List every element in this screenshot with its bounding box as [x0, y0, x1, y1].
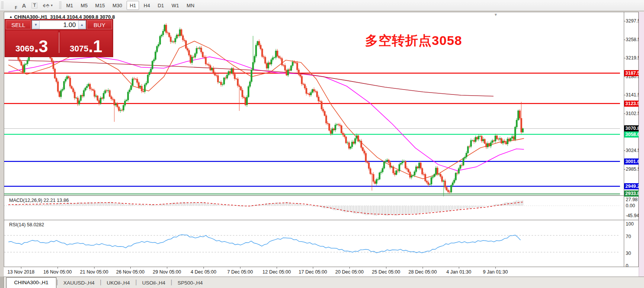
tab-xauusd-h4[interactable]: XAUUSD-,H4 [58, 278, 100, 288]
ask-price[interactable]: 3075.1 [60, 30, 112, 54]
macd-axis-label: 27.98 [626, 197, 638, 202]
tab-china300-h1[interactable]: CHINA300-,H1 [6, 277, 56, 288]
candle-down [394, 173, 396, 174]
candle-up [103, 93, 104, 99]
candle-up [414, 172, 415, 175]
candle-down [135, 79, 136, 79]
candle-up [354, 138, 356, 143]
price-tick-label: 3141.5 [626, 92, 640, 98]
candle-down [69, 78, 71, 86]
chart-tab-bar: CHINA300-,H1|XAUUSD-,H4|UKOil-,H4|USOil-… [0, 277, 644, 288]
candle-up [24, 64, 25, 72]
chart-grid-f-icon[interactable]: F [5, 1, 19, 10]
candle-down [426, 181, 428, 182]
timeframe-m30[interactable]: M30 [109, 1, 125, 10]
candle-down [481, 136, 482, 141]
toolbar-grip-2[interactable] [59, 2, 62, 9]
candle-down [136, 79, 138, 83]
rsi-pane-divider[interactable] [4, 220, 639, 220]
candle-down [289, 70, 290, 70]
candle-up [336, 124, 338, 125]
candle-down [182, 36, 184, 40]
candle-up [152, 61, 153, 69]
candle-up [158, 44, 159, 46]
candle-up [438, 174, 440, 174]
timeframe-d1[interactable]: D1 [155, 1, 167, 10]
candle-up [268, 63, 269, 68]
candle-up [228, 71, 229, 75]
price-tick-dash [624, 169, 625, 170]
buy-button[interactable]: BUY [87, 20, 112, 29]
timeframe-mn[interactable]: MN [184, 1, 197, 10]
sell-button[interactable]: SELL [6, 20, 31, 29]
bid-price[interactable]: 3069.3 [6, 30, 58, 54]
candle-up [104, 91, 106, 93]
symbol-collapse-icon[interactable]: ▲ [9, 15, 13, 19]
candle-down [197, 48, 199, 49]
time-tick-dash [386, 267, 386, 269]
volume-input[interactable]: 1.00 [40, 21, 78, 29]
volume-decrease-button[interactable]: ▼ [32, 21, 40, 29]
timeframe-h1[interactable]: H1 [127, 1, 139, 10]
scroll-end-icon[interactable]: ▼ [494, 13, 498, 17]
candle-up [25, 64, 27, 65]
f-glyph: F [15, 6, 17, 10]
chart-annotation-text: 多空转折点3058 [365, 32, 462, 50]
candle-down [264, 57, 266, 63]
tab-sp500-h4[interactable]: SP500-,H4 [172, 278, 208, 288]
price-axis-separator [624, 12, 624, 267]
tab-bar-corner [0, 277, 4, 288]
vertical-scrollbar[interactable] [639, 12, 644, 277]
volume-increase-button[interactable]: ▲ [78, 21, 86, 29]
candle-up [196, 48, 197, 54]
candle-down [269, 63, 271, 64]
time-tick-dash [240, 267, 240, 269]
candle-down [71, 86, 72, 89]
toolbar-grip[interactable] [1, 2, 4, 9]
timeframe-w1[interactable]: W1 [168, 1, 182, 10]
time-tick-dash [495, 267, 496, 269]
candle-up [222, 84, 223, 85]
time-tick-label: 21 Nov 05:00 [80, 269, 108, 275]
dropdown-caret-icon[interactable]: ▼ [50, 4, 53, 7]
candle-up [139, 86, 141, 88]
candle-down [245, 98, 246, 105]
label-tool-icon[interactable]: T [29, 1, 40, 10]
candle-up [199, 48, 200, 49]
candle-up [129, 90, 130, 92]
candle-down [193, 57, 194, 57]
timeframe-m1[interactable]: M1 [63, 1, 76, 10]
candle-up [287, 70, 289, 75]
candle-down [207, 64, 208, 64]
time-tick-label: 26 Nov 05:00 [116, 269, 144, 275]
timeframe-m15[interactable]: M15 [92, 1, 108, 10]
macd-pane-divider[interactable] [4, 195, 639, 196]
time-tick-label: 12 Dec 05:00 [263, 269, 291, 275]
candle-up [386, 160, 388, 161]
candle-up [80, 95, 82, 101]
candle-down [51, 58, 53, 62]
timeframe-m5[interactable]: M5 [78, 1, 91, 10]
candle-up [517, 111, 519, 120]
candle-up [191, 57, 193, 62]
timeframe-h4[interactable]: H4 [141, 1, 153, 10]
candle-up [179, 30, 181, 36]
tab-usoil-h4[interactable]: USOil-,H4 [137, 278, 171, 288]
candle-down [217, 75, 219, 82]
candle-up [176, 35, 178, 38]
objects-tool-icon[interactable]: ⬖⬘▼ [40, 1, 56, 10]
candle-down [229, 71, 231, 73]
candle-up [171, 42, 173, 42]
candle-down [281, 58, 283, 65]
candle-down [167, 33, 168, 33]
candle-up [60, 91, 62, 97]
candle-down [239, 86, 240, 87]
candle-down [397, 171, 399, 171]
tab-ukoil-h4[interactable]: UKOil-,H4 [101, 278, 135, 288]
candle-up [453, 180, 455, 182]
candle-up [231, 68, 232, 73]
candle-down [188, 50, 190, 55]
time-tick-label: 29 Nov 05:00 [153, 269, 181, 275]
text-tool-icon[interactable]: A [19, 1, 29, 10]
time-tick-label: 4 Jan 01:30 [446, 269, 471, 275]
